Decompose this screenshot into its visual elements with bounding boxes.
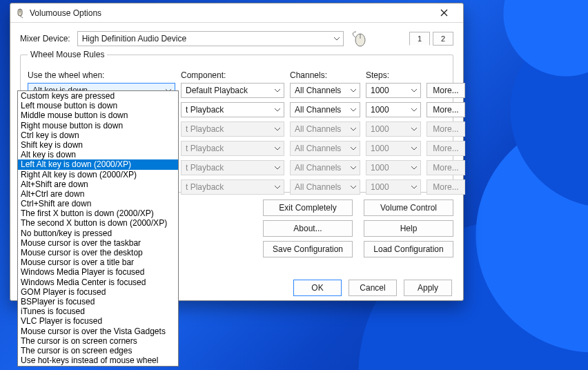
- hdr-channels: Channels:: [290, 70, 360, 80]
- component-combo-3[interactable]: t Playback: [181, 141, 284, 156]
- steps-combo-1[interactable]: 1000: [366, 102, 421, 117]
- dropdown-option[interactable]: The specified application window is focu…: [18, 365, 178, 367]
- dropdown-option[interactable]: VLC Player is focused: [18, 316, 178, 326]
- rule-row-5: t PlaybackAll Channels1000More...: [181, 179, 446, 195]
- channels-combo-2[interactable]: All Channels: [290, 121, 360, 137]
- chevron-down-icon: [333, 37, 340, 41]
- more-button-5[interactable]: More...: [427, 179, 465, 195]
- dropdown-option[interactable]: The cursor is on screen corners: [18, 336, 178, 346]
- chevron-down-icon: [411, 88, 418, 92]
- dropdown-option[interactable]: Right Alt key is down (2000/XP): [18, 170, 178, 179]
- dropdown-option[interactable]: BSPlayer is focused: [18, 297, 178, 306]
- cancel-button[interactable]: Cancel: [349, 280, 397, 296]
- group-legend: Wheel Mouse Rules: [28, 50, 107, 59]
- dropdown-option[interactable]: The first X button is down (2000/XP): [18, 208, 178, 218]
- tab-2[interactable]: 2: [433, 32, 453, 46]
- more-button-0[interactable]: More...: [427, 83, 465, 98]
- dropdown-option[interactable]: Windows Media Player is focused: [18, 267, 178, 277]
- dropdown-option[interactable]: The second X button is down (2000/XP): [18, 218, 178, 228]
- chevron-down-icon: [350, 166, 357, 170]
- component-combo-4[interactable]: t Playback: [181, 160, 284, 175]
- dropdown-option[interactable]: Left mouse button is down: [18, 101, 178, 110]
- chevron-down-icon: [350, 88, 357, 92]
- chevron-down-icon: [350, 127, 357, 131]
- steps-combo-0[interactable]: 1000: [366, 83, 421, 98]
- about-button[interactable]: About...: [263, 220, 353, 237]
- steps-combo-2[interactable]: 1000: [366, 121, 421, 137]
- rule-row-3: t PlaybackAll Channels1000More...: [181, 141, 446, 156]
- channels-combo-4[interactable]: All Channels: [290, 160, 360, 175]
- more-button-4[interactable]: More...: [427, 160, 465, 175]
- dropdown-option[interactable]: Use hot-keys instead of mouse wheel: [18, 356, 178, 365]
- chevron-down-icon: [411, 127, 418, 131]
- chevron-down-icon: [411, 108, 418, 112]
- chevron-down-icon: [350, 108, 357, 112]
- titlebar[interactable]: Volumouse Options: [10, 3, 463, 23]
- rule-row-4: t PlaybackAll Channels1000More...: [181, 160, 446, 175]
- mixer-row: Mixer Device: High Definition Audio Devi…: [20, 30, 453, 48]
- window-title: Volumouse Options: [30, 8, 429, 18]
- dropdown-option[interactable]: Ctrl+Shift are down: [18, 199, 178, 208]
- hdr-component: Component:: [181, 70, 284, 80]
- steps-combo-5[interactable]: 1000: [366, 179, 421, 195]
- chevron-down-icon: [411, 166, 418, 170]
- steps-combo-3[interactable]: 1000: [366, 141, 421, 156]
- help-button[interactable]: Help: [364, 220, 453, 237]
- more-button-3[interactable]: More...: [427, 141, 465, 156]
- dropdown-option[interactable]: Alt+Shift are down: [18, 179, 178, 189]
- dropdown-option[interactable]: iTunes is focused: [18, 306, 178, 316]
- chevron-down-icon: [350, 146, 357, 150]
- hdr-steps: Steps:: [366, 70, 421, 80]
- dropdown-option[interactable]: Windows Media Center is focused: [18, 278, 178, 287]
- steps-combo-4[interactable]: 1000: [366, 160, 421, 175]
- ok-button[interactable]: OK: [293, 280, 342, 296]
- exit-completely-button[interactable]: Exit Completely: [263, 199, 353, 216]
- dropdown-option[interactable]: Left Alt key is down (2000/XP): [18, 159, 178, 169]
- more-button-2[interactable]: More...: [427, 121, 465, 137]
- chevron-down-icon: [274, 108, 281, 112]
- dropdown-option[interactable]: No button/key is pressed: [18, 228, 178, 238]
- dropdown-option[interactable]: Alt+Ctrl are down: [18, 189, 178, 199]
- volume-control-button[interactable]: Volume Control: [364, 199, 453, 216]
- component-combo-2[interactable]: t Playback: [181, 121, 284, 137]
- dropdown-option[interactable]: Custom keys are pressed: [18, 91, 178, 101]
- dropdown-option[interactable]: Mouse cursor is over the Vista Gadgets: [18, 327, 178, 336]
- channels-combo-0[interactable]: All Channels: [290, 83, 360, 98]
- component-combo-5[interactable]: t Playback: [181, 179, 284, 195]
- save-configuration-button[interactable]: Save Configuration: [263, 241, 353, 257]
- mouse-icon: [351, 30, 369, 48]
- channels-combo-1[interactable]: All Channels: [290, 102, 360, 117]
- dropdown-option[interactable]: Mouse cursor is over a title bar: [18, 257, 178, 267]
- rule-row-2: t PlaybackAll Channels1000More...: [181, 121, 446, 137]
- close-button[interactable]: [429, 6, 459, 21]
- use-wheel-dropdown-list[interactable]: Custom keys are pressedLeft mouse button…: [17, 90, 179, 367]
- dropdown-option[interactable]: Middle mouse button is down: [18, 110, 178, 120]
- dropdown-option[interactable]: The cursor is on screen edges: [18, 346, 178, 356]
- load-configuration-button[interactable]: Load Configuration: [364, 241, 453, 257]
- tab-1[interactable]: 1: [409, 32, 430, 46]
- mixer-device-combo[interactable]: High Definition Audio Device: [77, 31, 344, 46]
- chevron-down-icon: [274, 127, 281, 131]
- channels-combo-5[interactable]: All Channels: [290, 179, 360, 195]
- column-headers: Use the wheel when: Component: Channels:…: [28, 70, 446, 80]
- more-button-1[interactable]: More...: [427, 102, 465, 117]
- rule-row-1: t PlaybackAll Channels1000More...: [181, 102, 446, 117]
- dropdown-option[interactable]: Mouse cursor is over the taskbar: [18, 238, 178, 248]
- dropdown-option[interactable]: Shift key is down: [18, 140, 178, 150]
- apply-button[interactable]: Apply: [404, 280, 452, 296]
- dropdown-option[interactable]: Alt key is down: [18, 150, 178, 159]
- component-combo-0[interactable]: Default Playback: [181, 83, 284, 98]
- dropdown-option[interactable]: GOM Player is focused: [18, 287, 178, 297]
- dropdown-option[interactable]: Right mouse button is down: [18, 121, 178, 130]
- app-icon: [14, 8, 26, 19]
- chevron-down-icon: [274, 146, 281, 150]
- chevron-down-icon: [274, 88, 281, 92]
- component-combo-1[interactable]: t Playback: [181, 102, 284, 117]
- dropdown-option[interactable]: Mouse cursor is over the desktop: [18, 248, 178, 257]
- dropdown-option[interactable]: Ctrl key is down: [18, 130, 178, 140]
- dialog-buttons: OK Cancel Apply: [293, 280, 452, 296]
- chevron-down-icon: [274, 166, 281, 170]
- mixer-device-value: High Definition Audio Device: [82, 34, 186, 43]
- channels-combo-3[interactable]: All Channels: [290, 141, 360, 156]
- tab-strip: 1 2: [409, 32, 453, 46]
